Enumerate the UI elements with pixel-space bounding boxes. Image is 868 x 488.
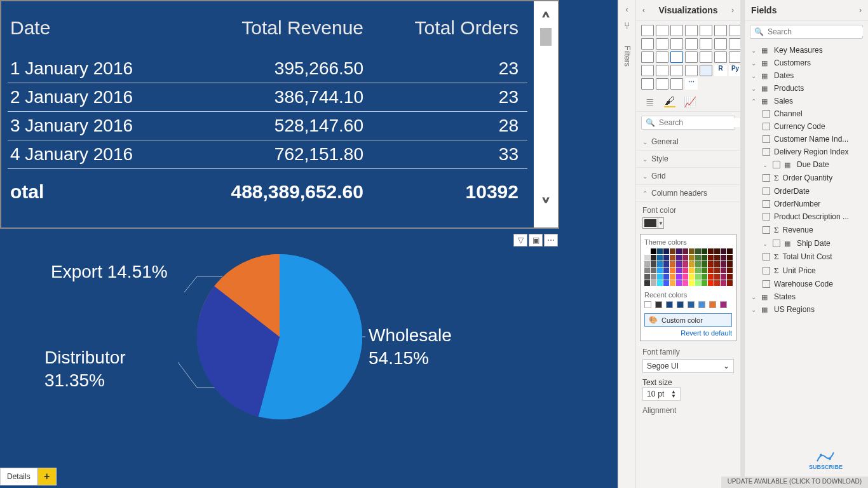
theme-color-swatch[interactable] bbox=[727, 248, 733, 254]
section-general[interactable]: ⌄General bbox=[636, 133, 740, 151]
theme-color-swatch[interactable] bbox=[676, 280, 682, 286]
theme-color-swatch[interactable] bbox=[657, 274, 663, 280]
theme-color-swatch[interactable] bbox=[689, 274, 695, 280]
theme-color-swatch[interactable] bbox=[702, 248, 707, 254]
card-icon[interactable] bbox=[641, 65, 654, 76]
revert-to-default-link[interactable]: Revert to default bbox=[644, 329, 732, 337]
field-channel[interactable]: Channel bbox=[745, 107, 868, 120]
theme-color-swatch[interactable] bbox=[682, 274, 688, 280]
checkbox[interactable] bbox=[773, 161, 780, 168]
line-stacked-icon[interactable] bbox=[670, 38, 683, 50]
theme-color-swatch[interactable] bbox=[657, 268, 663, 273]
checkbox[interactable] bbox=[763, 200, 770, 208]
theme-color-swatch[interactable] bbox=[708, 261, 714, 267]
chevron-left-icon[interactable]: ‹ bbox=[626, 5, 628, 14]
theme-color-swatch[interactable] bbox=[695, 255, 701, 261]
theme-color-swatch[interactable] bbox=[721, 248, 726, 254]
theme-color-swatch[interactable] bbox=[663, 248, 669, 254]
theme-color-swatch[interactable] bbox=[644, 255, 650, 261]
stepper-icon[interactable]: ▲▼ bbox=[671, 390, 676, 398]
theme-color-swatch[interactable] bbox=[721, 261, 726, 267]
checkbox[interactable] bbox=[763, 213, 770, 220]
fields-search[interactable]: 🔍 bbox=[750, 25, 863, 39]
theme-color-swatch[interactable] bbox=[714, 248, 720, 254]
theme-color-swatch[interactable] bbox=[651, 255, 656, 261]
key-influencers-icon[interactable] bbox=[641, 78, 654, 90]
field-order-qty[interactable]: ΣOrder Quantity bbox=[745, 171, 868, 185]
theme-color-swatch[interactable] bbox=[670, 261, 675, 267]
section-grid[interactable]: ⌄Grid bbox=[636, 168, 740, 185]
theme-color-swatch[interactable] bbox=[689, 280, 695, 286]
analytics-tab-icon[interactable]: 📈 bbox=[684, 96, 696, 107]
font-family-select[interactable]: Segoe UI ⌄ bbox=[642, 359, 734, 373]
theme-color-swatch[interactable] bbox=[651, 274, 656, 280]
checkbox[interactable] bbox=[773, 240, 780, 247]
theme-color-swatch[interactable] bbox=[651, 268, 656, 273]
theme-color-swatch[interactable] bbox=[644, 274, 650, 280]
table-row[interactable]: 1 January 2016 395,266.50 23 bbox=[8, 55, 527, 83]
stacked-column-icon[interactable] bbox=[656, 25, 668, 36]
theme-color-swatch[interactable] bbox=[682, 248, 688, 254]
tab-add-page[interactable]: + bbox=[37, 468, 57, 485]
table-row[interactable]: 4 January 2016 762,151.80 33 bbox=[8, 140, 527, 169]
search-input[interactable] bbox=[659, 118, 740, 127]
theme-color-swatch[interactable] bbox=[651, 261, 656, 267]
field-currency[interactable]: Currency Code bbox=[745, 120, 868, 133]
table-states[interactable]: ⌄▦States bbox=[745, 290, 868, 303]
multi-card-icon[interactable] bbox=[656, 65, 668, 76]
theme-color-swatch[interactable] bbox=[682, 268, 688, 273]
field-ship-date[interactable]: ⌄▦Ship Date bbox=[745, 237, 868, 250]
theme-color-swatch[interactable] bbox=[708, 280, 714, 286]
search-input[interactable] bbox=[768, 27, 863, 36]
field-revenue[interactable]: ΣRevenue bbox=[745, 223, 868, 237]
waterfall-icon[interactable] bbox=[714, 38, 727, 50]
recent-color-swatch[interactable] bbox=[666, 301, 673, 308]
r-visual-icon[interactable]: R bbox=[714, 65, 727, 76]
theme-color-swatch[interactable] bbox=[714, 255, 720, 261]
chevron-right-icon[interactable]: › bbox=[731, 6, 734, 15]
theme-color-swatch[interactable] bbox=[702, 268, 707, 273]
theme-color-swatch[interactable] bbox=[689, 248, 695, 254]
theme-color-swatch[interactable] bbox=[708, 248, 714, 254]
theme-color-swatch[interactable] bbox=[702, 255, 707, 261]
theme-color-swatch[interactable] bbox=[689, 261, 695, 267]
theme-color-swatch[interactable] bbox=[676, 274, 682, 280]
theme-color-swatch[interactable] bbox=[695, 268, 701, 273]
table-visual[interactable]: Date Total Revenue Total Orders 1 Januar… bbox=[0, 0, 559, 229]
theme-color-swatch[interactable] bbox=[702, 261, 707, 267]
theme-color-swatch[interactable] bbox=[708, 268, 714, 273]
scatter-icon[interactable] bbox=[641, 51, 654, 63]
theme-color-swatch[interactable] bbox=[676, 248, 682, 254]
field-warehouse[interactable]: Warehouse Code bbox=[745, 278, 868, 290]
theme-color-swatch[interactable] bbox=[708, 255, 714, 261]
theme-color-swatch[interactable] bbox=[714, 261, 720, 267]
fields-tab-icon[interactable]: ≣ bbox=[644, 96, 655, 107]
map-icon[interactable] bbox=[700, 51, 712, 63]
header-revenue[interactable]: Total Revenue bbox=[192, 17, 363, 39]
theme-color-swatch[interactable] bbox=[670, 255, 675, 261]
text-size-input[interactable]: 10 pt ▲▼ bbox=[642, 387, 681, 401]
dropdown-arrow-icon[interactable]: ▼ bbox=[658, 218, 663, 228]
chevron-right-icon[interactable]: › bbox=[859, 6, 862, 15]
stacked-area-icon[interactable] bbox=[656, 38, 668, 50]
recent-color-swatch[interactable] bbox=[709, 301, 716, 308]
pane-header[interactable]: Fields › bbox=[745, 0, 868, 21]
theme-color-swatch[interactable] bbox=[727, 268, 733, 273]
theme-color-swatch[interactable] bbox=[727, 261, 733, 267]
clustered-column-icon[interactable] bbox=[685, 25, 698, 36]
theme-color-swatch[interactable] bbox=[663, 255, 669, 261]
checkbox[interactable] bbox=[763, 123, 770, 130]
checkbox[interactable] bbox=[763, 135, 770, 143]
checkbox[interactable] bbox=[763, 280, 770, 288]
theme-color-swatch[interactable] bbox=[721, 255, 726, 261]
recent-color-swatch[interactable] bbox=[644, 301, 651, 308]
recent-color-swatch[interactable] bbox=[688, 301, 695, 308]
table-dates[interactable]: ⌄▦Dates bbox=[745, 69, 868, 82]
header-orders[interactable]: Total Orders bbox=[363, 17, 527, 39]
header-date[interactable]: Date bbox=[8, 17, 192, 39]
field-product-description[interactable]: Product Description ... bbox=[745, 210, 868, 223]
table-sales[interactable]: ⌃▦Sales bbox=[745, 95, 868, 107]
theme-color-swatch[interactable] bbox=[702, 280, 707, 286]
section-column-headers[interactable]: ⌃Column headers bbox=[636, 185, 740, 202]
theme-color-swatch[interactable] bbox=[670, 280, 675, 286]
